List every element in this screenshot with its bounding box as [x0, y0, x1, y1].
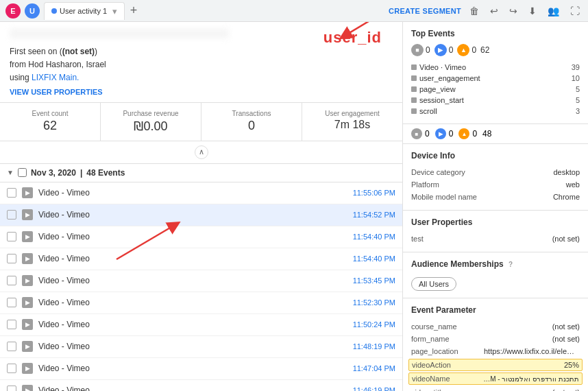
event-type-icon: ▶ — [22, 275, 33, 286]
event-type-icon: ▶ — [22, 297, 33, 308]
close-icon[interactable]: ▾ — [112, 7, 117, 16]
view-user-properties-button[interactable]: VIEW USER PROPERTIES — [10, 88, 103, 96]
top-events-icon-counts: ■ 0 ▶ 0 ▲ 0 62 — [411, 44, 580, 56]
event-checkbox[interactable] — [7, 386, 16, 391]
event-row[interactable]: ▶ Video - Vimeo 11:53:45 PM — [0, 270, 402, 292]
param-value: (not set) — [552, 335, 580, 343]
event-name: Video - Vimeo — [38, 298, 347, 307]
param-label: course_name — [411, 322, 552, 331]
event-row[interactable]: ▶ Video - Vimeo 11:46:19 PM — [0, 380, 402, 391]
device-info-row: Device category desktop — [411, 166, 580, 178]
device-info-value: Chrome — [553, 193, 580, 201]
param-label: form_name — [411, 335, 552, 343]
event-row[interactable]: ▶ Video - Vimeo 11:48:19 PM — [0, 336, 402, 358]
audience-section: Audience Memberships ? All Users — [403, 252, 588, 298]
tab-dot — [51, 8, 57, 14]
right-blue-icon: ▶ — [435, 128, 446, 139]
user-prop-label: test — [411, 235, 424, 243]
app-link[interactable]: LIXFIX Main. — [32, 73, 79, 82]
event-checkbox[interactable] — [7, 342, 16, 351]
event-type-icon: ▶ — [22, 231, 33, 242]
download-icon[interactable]: ⬇ — [526, 4, 539, 18]
event-type-icon: ▶ — [22, 187, 33, 198]
event-row[interactable]: ▶ Video - Vimeo 11:55:06 PM — [0, 182, 402, 204]
pipe-separator: | — [80, 168, 82, 178]
top-event-row: page_view 5 — [411, 84, 580, 95]
event-checkbox[interactable] — [7, 210, 16, 220]
right-total-count: 48 — [482, 129, 491, 139]
fullscreen-icon[interactable]: ⛶ — [567, 4, 583, 18]
redo-icon[interactable]: ↪ — [506, 4, 520, 18]
event-count-label: 48 Events — [86, 168, 125, 178]
users-icon[interactable]: 👥 — [545, 4, 562, 18]
param-label: videoAction — [412, 361, 564, 369]
stat-event-count-label: Event count — [10, 110, 90, 117]
create-segment-button[interactable]: CREATE SEGMENT — [389, 7, 461, 15]
svg-line-1 — [345, 22, 379, 36]
using-prefix: using — [10, 73, 29, 82]
event-row[interactable]: ▶ Video - Vimeo 11:50:24 PM — [0, 314, 402, 336]
tab-user-activity[interactable]: User activity 1 ▾ — [44, 2, 125, 20]
event-time: 11:47:04 PM — [353, 364, 395, 372]
event-param-row: videoAction 25% — [408, 359, 583, 371]
event-checkbox[interactable] — [7, 188, 16, 198]
event-type-icon: ▶ — [22, 385, 33, 391]
device-info-value: desktop — [553, 168, 580, 176]
toggle-arrow-icon[interactable]: ▼ — [7, 169, 14, 176]
event-checkbox[interactable] — [7, 364, 16, 373]
top-event-name: session_start — [411, 96, 464, 104]
event-row[interactable]: ▶ Video - Vimeo 11:54:40 PM — [0, 248, 402, 270]
param-label: videoName — [412, 375, 483, 383]
collapse-button[interactable]: ∧ — [195, 145, 208, 159]
top-event-row: session_start 5 — [411, 95, 580, 106]
stat-event-count-value: 62 — [10, 119, 90, 133]
top-events-section: Top Events ■ 0 ▶ 0 ▲ 0 62 — [403, 22, 588, 124]
event-name: Video - Vimeo — [38, 320, 347, 329]
stat-engagement-value: 7m 18s — [312, 119, 393, 131]
top-event-count: 39 — [572, 63, 580, 71]
event-checkbox[interactable] — [7, 298, 16, 307]
add-tab-button[interactable]: + — [126, 3, 141, 19]
event-param-title: Event Parameter — [411, 305, 580, 315]
event-type-icon: ▶ — [22, 319, 33, 330]
top-event-count: 10 — [572, 74, 580, 82]
event-row[interactable]: ▶ Video - Vimeo 11:54:40 PM — [0, 226, 402, 248]
event-list: ▶ Video - Vimeo 11:55:06 PM ▶ Video - Vi… — [0, 182, 402, 391]
select-all-checkbox[interactable] — [18, 168, 27, 177]
event-time: 11:48:19 PM — [353, 342, 395, 351]
param-label: page_location — [411, 347, 484, 355]
event-param-rows: course_name (not set) form_name (not set… — [411, 320, 580, 391]
right-icon-counts: ■ 0 ▶ 0 ▲ 0 48 — [403, 124, 588, 144]
event-param-row: videoName תתכנת וורדפרס ואלמנטור - M Les… — [408, 372, 583, 385]
stat-purchase-label: Purchase revenue — [110, 110, 191, 117]
user-info-section: First seen on ((not set)) from Hod Hasha… — [0, 22, 402, 103]
event-dot-icon — [411, 86, 417, 92]
event-time: 11:54:40 PM — [353, 254, 395, 263]
event-time: 11:52:30 PM — [353, 298, 395, 307]
date-header: ▼ Nov 3, 2020 | 48 Events — [0, 164, 402, 182]
param-label: video_title — [411, 388, 552, 391]
audience-help-icon[interactable]: ? — [509, 261, 513, 268]
user-props-section: User Properties test (not set) — [403, 211, 588, 252]
event-param-row: page_location https://www.lixfix.co.il/e… — [411, 345, 580, 357]
event-checkbox[interactable] — [7, 276, 16, 285]
event-checkbox[interactable] — [7, 232, 16, 241]
orange-count: 0 — [471, 45, 476, 55]
event-checkbox[interactable] — [7, 254, 16, 263]
avatar-e: E — [5, 3, 21, 19]
user-id-blurred — [10, 29, 229, 38]
event-checkbox[interactable] — [7, 320, 16, 329]
event-row[interactable]: ▶ Video - Vimeo 11:54:52 PM — [0, 204, 402, 226]
event-row[interactable]: ▶ Video - Vimeo 11:52:30 PM — [0, 292, 402, 314]
stat-transactions-label: Transactions — [211, 110, 292, 117]
right-gray-count: 0 — [425, 129, 430, 139]
delete-icon[interactable]: 🗑 — [467, 4, 482, 18]
undo-icon[interactable]: ↩ — [487, 4, 501, 18]
first-seen-label: First seen on — [10, 47, 57, 56]
top-event-row: Video · Vimeo 39 — [411, 62, 580, 73]
all-users-badge[interactable]: All Users — [411, 277, 456, 291]
event-name: Video - Vimeo — [38, 386, 347, 391]
event-param-section: Event Parameter course_name (not set) fo… — [403, 298, 588, 391]
event-row[interactable]: ▶ Video - Vimeo 11:47:04 PM — [0, 358, 402, 380]
tab-label: User activity 1 — [60, 7, 107, 15]
